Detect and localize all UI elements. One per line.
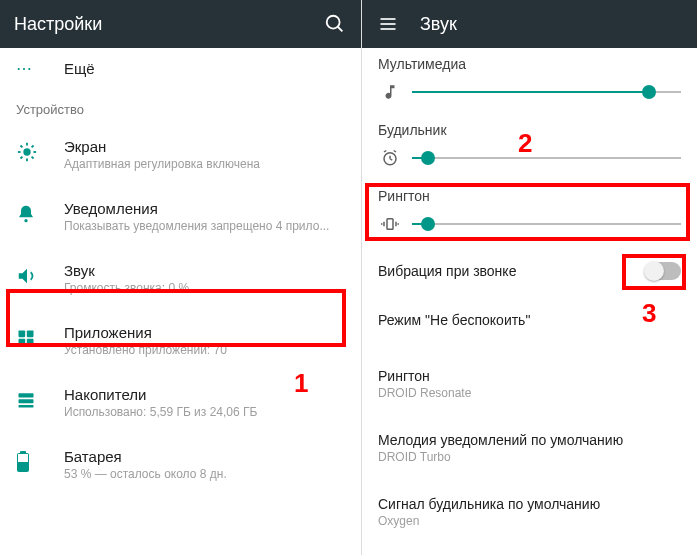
media-slider[interactable] <box>412 91 681 93</box>
svg-rect-30 <box>387 219 393 230</box>
item-screen[interactable]: ЭкранАдаптивная регулировка включена <box>0 123 361 185</box>
svg-line-27 <box>390 159 392 161</box>
music-note-icon <box>378 80 402 104</box>
volume-icon <box>16 265 38 291</box>
svg-rect-15 <box>27 339 34 346</box>
search-icon[interactable] <box>323 12 347 36</box>
svg-rect-18 <box>19 405 34 408</box>
item-sound[interactable]: ЗвукГромкость звонка: 0 % <box>0 247 361 309</box>
more-icon: ⋯ <box>16 59 32 78</box>
annotation-1: 1 <box>294 368 308 399</box>
svg-rect-12 <box>19 331 26 338</box>
appbar-title: Звук <box>420 14 683 35</box>
row-ringtone-pick[interactable]: Рингтон DROID Resonate <box>362 352 697 416</box>
svg-rect-21 <box>18 454 28 462</box>
svg-line-28 <box>384 151 386 153</box>
vibrate-switch[interactable] <box>645 262 681 280</box>
svg-rect-17 <box>19 399 34 403</box>
slider-ringtone: Рингтон <box>362 180 697 246</box>
appbar-left: Настройки <box>0 0 361 48</box>
apps-icon <box>16 328 36 352</box>
storage-icon <box>16 390 36 414</box>
svg-point-0 <box>327 16 340 29</box>
row-notification-sound[interactable]: Мелодия уведомлений по умолчанию DROID T… <box>362 416 697 480</box>
brightness-icon <box>16 141 38 167</box>
svg-rect-20 <box>20 451 26 454</box>
appbar-title: Настройки <box>14 14 323 35</box>
item-more[interactable]: ⋯ Ещё <box>0 48 361 88</box>
svg-point-11 <box>24 219 27 222</box>
sound-panel: Звук Мультимедиа Будильник Рингтон <box>362 0 697 555</box>
row-alarm-sound[interactable]: Сигнал будильника по умолчанию Oxygen <box>362 480 697 544</box>
svg-point-2 <box>23 148 30 155</box>
svg-rect-14 <box>19 339 26 346</box>
ringtone-slider[interactable] <box>412 223 681 225</box>
svg-line-8 <box>32 157 34 159</box>
svg-line-7 <box>20 145 22 147</box>
battery-icon <box>16 451 30 477</box>
svg-line-10 <box>32 145 34 147</box>
svg-rect-13 <box>27 331 34 338</box>
item-notifications[interactable]: УведомленияПоказывать уведомления запрещ… <box>0 185 361 247</box>
alarm-icon <box>378 146 402 170</box>
hamburger-icon[interactable] <box>376 12 400 36</box>
annotation-3: 3 <box>642 298 656 329</box>
item-apps[interactable]: ПриложенияУстановлено приложений: 70 <box>0 309 361 371</box>
device-header: Устройство <box>0 88 361 123</box>
slider-media: Мультимедиа <box>362 48 697 114</box>
svg-rect-16 <box>19 393 34 397</box>
row-vibrate-on-call[interactable]: Вибрация при звонке <box>362 246 697 296</box>
settings-panel: Настройки ⋯ Ещё Устройство ЭкранАдаптивн… <box>0 0 362 555</box>
annotation-2: 2 <box>518 128 532 159</box>
svg-line-1 <box>338 27 343 32</box>
svg-line-9 <box>20 157 22 159</box>
svg-line-29 <box>394 151 396 153</box>
appbar-right: Звук <box>362 0 697 48</box>
vibrate-icon <box>378 212 402 236</box>
bell-icon <box>16 204 36 228</box>
item-battery[interactable]: Батарея53 % — осталось около 8 дн. <box>0 433 361 495</box>
alarm-slider[interactable] <box>412 157 681 159</box>
